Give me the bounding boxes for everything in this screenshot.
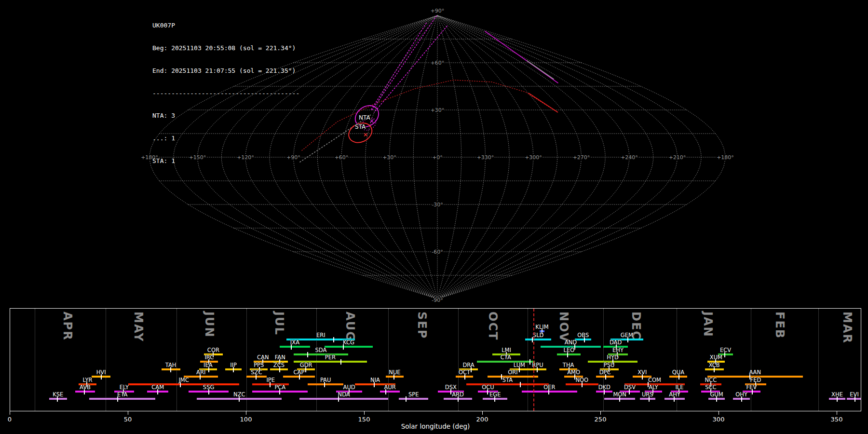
- shower-label-AAN: AAN: [749, 369, 761, 376]
- station-id: UK007P: [152, 22, 299, 29]
- shower-bar-SPE: [399, 398, 428, 400]
- end-time: End: 20251103 21:07:55 (sol = 221.35°): [152, 67, 299, 75]
- meteor-track: [485, 31, 558, 83]
- shower-label-IEA: IEA: [203, 362, 213, 368]
- shower-label-MON: MON: [613, 391, 626, 398]
- month-label-AUG: AUG: [343, 312, 357, 342]
- month-label-MAR: MAR: [841, 312, 854, 344]
- shower-label-SLD: SLD: [533, 332, 544, 339]
- svg-text:+0°: +0°: [432, 154, 443, 161]
- shower-label-LYR: LYR: [83, 377, 93, 383]
- shower-bar-NUE: [386, 376, 404, 378]
- shower-label-FED: FED: [750, 377, 761, 383]
- shower-label-THA: THA: [563, 362, 574, 368]
- shower-bar-RPU: [529, 368, 547, 370]
- svg-text:+30°: +30°: [382, 154, 396, 161]
- x-tick-350: [837, 411, 838, 415]
- shower-label-HYD: HYD: [607, 354, 619, 361]
- separator: ---------------------------------------: [152, 90, 299, 97]
- shower-bar-OER: [522, 391, 577, 393]
- x-tick-label-350: 350: [831, 416, 843, 423]
- shower-bar-SZC: [246, 376, 267, 378]
- shower-bar-KSE: [49, 398, 67, 400]
- month-line-JUN: [176, 309, 177, 411]
- shower-bar-KCG: [325, 346, 373, 348]
- month-line-JUL: [246, 309, 247, 411]
- shower-label-ETA: ETA: [117, 391, 127, 398]
- shower-bar-IXA: [280, 346, 311, 348]
- shower-label-PPS: PPS: [254, 362, 264, 368]
- shower-label-COR: COR: [207, 347, 219, 353]
- month-label-APR: APR: [61, 312, 74, 341]
- count-sta: STA: 1: [152, 157, 299, 165]
- shower-label-PER: PER: [325, 354, 336, 361]
- shower-label-NUE: NUE: [389, 369, 400, 376]
- shower-label-XCB: XCB: [709, 362, 720, 368]
- x-tick-0: [10, 411, 11, 415]
- shower-label-JMC: JMC: [178, 377, 189, 383]
- shower-bar-SDA: [294, 353, 348, 355]
- svg-text:-30°: -30°: [432, 202, 443, 208]
- shower-label-EHY: EHY: [612, 347, 624, 353]
- radiant-label-STA: STA: [355, 123, 366, 130]
- x-tick-label-50: 50: [124, 416, 132, 423]
- shower-bar-LEO: [557, 353, 581, 355]
- svg-text:+180°: +180°: [717, 154, 734, 161]
- shower-label-NCC: NCC: [705, 377, 717, 383]
- shower-label-CAM: CAM: [151, 384, 164, 391]
- shower-label-COM: COM: [648, 377, 661, 383]
- shower-label-PCA: PCA: [274, 384, 285, 391]
- x-tick-200: [482, 411, 483, 415]
- shower-label-IRC: IRC: [204, 354, 214, 361]
- x-tick-50: [128, 411, 129, 415]
- shower-label-GEM: GEM: [621, 332, 633, 339]
- meteor-tracks: [300, 16, 558, 162]
- shower-label-XUM: XUM: [710, 354, 722, 361]
- x-tick-label-200: 200: [476, 416, 488, 423]
- month-line-AUG: [316, 309, 317, 411]
- shower-label-GDR: GDR: [300, 362, 312, 368]
- x-tick-150: [364, 411, 365, 415]
- svg-text:+30°: +30°: [431, 107, 445, 113]
- count-nta: NTA: 3: [152, 112, 299, 120]
- x-tick-label-0: 0: [8, 416, 12, 423]
- shower-label-EGE: EGE: [489, 391, 501, 398]
- shower-label-KSE: KSE: [53, 391, 63, 398]
- month-line-DEC: [603, 309, 604, 411]
- shower-label-ECV: ECV: [720, 347, 731, 353]
- shower-label-SSG: SSG: [203, 384, 215, 391]
- current-sol-line: [533, 309, 534, 411]
- shower-label-OCU: OCU: [482, 384, 494, 391]
- month-label-MAY: MAY: [132, 312, 145, 342]
- svg-text:+210°: +210°: [669, 154, 686, 161]
- shower-label-AUD: AUD: [343, 384, 355, 391]
- shower-label-SDA: SDA: [315, 347, 326, 353]
- radiant-STA: STA: [346, 120, 375, 147]
- shower-label-XVI: XVI: [637, 369, 647, 376]
- shower-label-DAD: DAD: [610, 339, 622, 346]
- shower-bar-AUR: [380, 391, 400, 393]
- month-label-JAN: JAN: [701, 312, 715, 338]
- shower-bar-OBS: [575, 339, 591, 340]
- shower-bar-EGE: [483, 398, 507, 400]
- shower-label-DSX: DSX: [445, 384, 457, 391]
- shower-label-CAP: CAP: [294, 369, 305, 376]
- shower-label-ORI: ORI: [508, 369, 517, 376]
- shower-label-KCG: KCG: [343, 339, 354, 346]
- shower-label-LEO: LEO: [563, 347, 574, 353]
- shower-label-ELY: ELY: [120, 384, 129, 391]
- svg-text:+300°: +300°: [525, 154, 542, 161]
- x-tick-label-300: 300: [713, 416, 725, 423]
- month-label-NOV: NOV: [557, 312, 570, 342]
- x-tick-label-150: 150: [358, 416, 370, 423]
- shower-label-CTA: CTA: [501, 354, 511, 361]
- shower-label-IIP: IIP: [230, 362, 237, 368]
- count-other: ...: 1: [152, 135, 299, 142]
- svg-text:-90°: -90°: [432, 297, 443, 303]
- svg-text:-60°: -60°: [432, 249, 443, 255]
- shower-peak-SPE: [406, 396, 407, 402]
- shower-label-NDA: NDA: [338, 391, 350, 398]
- shower-label-TAH: TAH: [165, 362, 176, 368]
- begin-time: Beg: 20251103 20:55:08 (sol = 221.34°): [152, 44, 299, 52]
- shower-label-ARD: ARD: [452, 391, 464, 398]
